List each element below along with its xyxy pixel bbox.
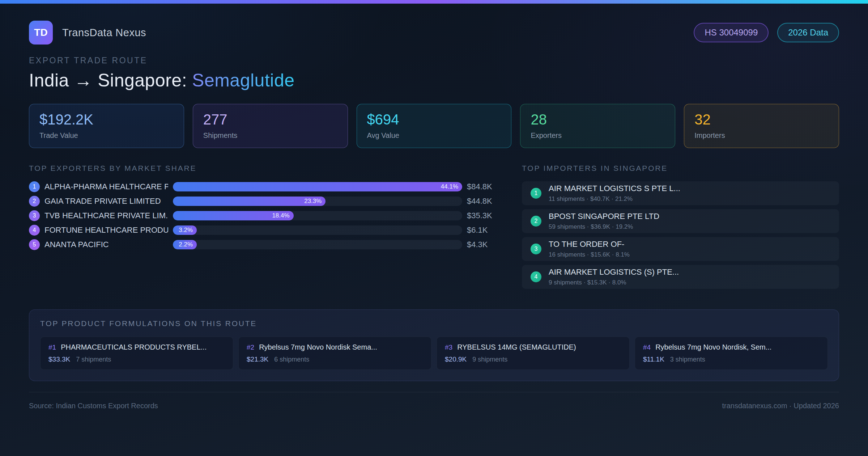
importer-row[interactable]: 3 TO THE ORDER OF- 16 shipments · $15.6K… <box>522 237 839 261</box>
product-shipments: 7 shipments <box>76 356 111 363</box>
rank-badge: 2 <box>531 216 541 227</box>
market-share-bar-track: 3.2% <box>173 225 462 235</box>
exporter-row[interactable]: 3 TVB HEALTHCARE PRIVATE LIM... 18.4% $3… <box>29 210 494 220</box>
page-title: India → Singapore:Semaglutide <box>29 70 839 91</box>
importer-name: TO THE ORDER OF- <box>549 240 630 249</box>
product-formulations-panel: TOP PRODUCT FORMULATIONS ON THIS ROUTE #… <box>29 309 839 381</box>
rank-badge: 3 <box>29 210 40 221</box>
market-share-bar-fill: 3.2% <box>173 225 197 235</box>
main-columns: TOP EXPORTERS BY MARKET SHARE 1 ALPHA-PH… <box>29 164 839 293</box>
rank-badge: 1 <box>531 188 541 199</box>
importer-row[interactable]: 1 AIR MARKET LOGISTICS S PTE L... 11 shi… <box>522 181 839 205</box>
stat-card-shipments: 277 Shipments <box>193 104 348 148</box>
market-share-bar-fill: 23.3% <box>173 197 326 206</box>
product-card[interactable]: #4 Rybelsus 7mg Novo Nordisk, Sem... $11… <box>635 337 828 370</box>
hs-code-badge[interactable]: HS 30049099 <box>694 23 769 42</box>
exporter-row[interactable]: 4 FORTUNE HEALTHCARE PRODUCT... 3.2% $6.… <box>29 225 494 235</box>
product-value: $33.3K <box>48 355 70 363</box>
stat-card-avg-value: $694 Avg Value <box>357 104 512 148</box>
product-card[interactable]: #2 Rybelsus 7mg Novo Nordisk Sema... $21… <box>238 337 431 370</box>
year-data-badge[interactable]: 2026 Data <box>777 23 839 42</box>
market-share-bar-fill: 2.2% <box>173 240 197 249</box>
market-share-bar-track: 2.2% <box>173 240 462 249</box>
importer-name: AIR MARKET LOGISTICS S PTE L... <box>549 184 680 193</box>
stat-label: Importers <box>694 131 829 140</box>
exporter-row[interactable]: 5 ANANTA PACIFIC 2.2% $4.3K <box>29 239 494 249</box>
stat-label: Avg Value <box>367 131 501 140</box>
importer-row[interactable]: 2 BPOST SINGAPORE PTE LTD 59 shipments ·… <box>522 209 839 233</box>
product-value: $20.9K <box>445 355 467 363</box>
exporter-name: GAIA TRADE PRIVATE LIMITED <box>44 197 168 206</box>
rank-badge: 4 <box>29 225 40 236</box>
stat-label: Exporters <box>531 131 665 140</box>
importer-meta: 59 shipments · $36.9K · 19.2% <box>549 223 659 231</box>
product-card[interactable]: #3 RYBELSUS 14MG (SEMAGLUTIDE) $20.9K 9 … <box>437 337 630 370</box>
product-rank: #3 <box>445 343 452 351</box>
stat-value: 277 <box>203 111 337 128</box>
product-shipments: 3 shipments <box>670 356 705 363</box>
exporter-name: ANANTA PACIFIC <box>44 240 168 249</box>
exporters-section-title: TOP EXPORTERS BY MARKET SHARE <box>29 164 494 173</box>
product-card[interactable]: #1 PHARMACEUTICALS PRODUCTS RYBEL... $33… <box>40 337 233 370</box>
importers-section-title: TOP IMPORTERS IN SINGAPORE <box>522 164 839 173</box>
product-rank: #1 <box>48 343 56 351</box>
importer-meta: 11 shipments · $40.7K · 21.2% <box>549 195 680 203</box>
product-highlight: Semaglutide <box>192 70 294 90</box>
stat-card-importers: 32 Importers <box>684 104 839 148</box>
product-name: PHARMACEUTICALS PRODUCTS RYBEL... <box>61 343 207 351</box>
market-share-bar-track: 23.3% <box>173 197 462 206</box>
share-percent-label: 3.2% <box>179 227 197 234</box>
app-logo: TD <box>29 21 53 45</box>
exporter-value: $84.8K <box>467 182 494 191</box>
product-rank: #2 <box>247 343 254 351</box>
product-rank: #4 <box>643 343 651 351</box>
exporter-row[interactable]: 2 GAIA TRADE PRIVATE LIMITED 23.3% $44.8… <box>29 196 494 206</box>
rank-badge: 3 <box>531 244 541 254</box>
header: TD TransData Nexus HS 30049099 2026 Data <box>29 20 839 45</box>
share-percent-label: 2.2% <box>179 241 197 248</box>
stat-label: Shipments <box>203 131 337 140</box>
exporter-value: $4.3K <box>467 240 494 249</box>
market-share-bar-track: 18.4% <box>173 211 462 220</box>
product-name: Rybelsus 7mg Novo Nordisk, Sem... <box>655 343 771 351</box>
share-percent-label: 44.1% <box>441 183 462 190</box>
stat-label: Trade Value <box>39 131 174 140</box>
products-section-title: TOP PRODUCT FORMULATIONS ON THIS ROUTE <box>40 319 828 328</box>
market-share-bar-track: 44.1% <box>173 182 462 191</box>
product-shipments: 6 shipments <box>274 356 309 363</box>
market-share-bar-fill: 44.1% <box>173 182 462 191</box>
exporter-value: $44.8K <box>467 197 494 206</box>
rank-badge: 1 <box>29 181 40 192</box>
stat-value: 32 <box>694 111 829 128</box>
source-text: Source: Indian Customs Export Records <box>29 402 158 410</box>
importer-row[interactable]: 4 AIR MARKET LOGISTICS (S) PTE... 9 ship… <box>522 265 839 289</box>
stat-value: 28 <box>531 111 665 128</box>
app-name: TransData Nexus <box>62 27 146 39</box>
stat-cards-row: $192.2K Trade Value 277 Shipments $694 A… <box>29 104 839 148</box>
stat-value: $694 <box>367 111 501 128</box>
exporter-value: $35.3K <box>467 211 494 220</box>
product-value: $21.3K <box>247 355 268 363</box>
importer-name: AIR MARKET LOGISTICS (S) PTE... <box>549 267 679 277</box>
exporter-row[interactable]: 1 ALPHA-PHARMA HEALTHCARE PR... 44.1% $8… <box>29 181 494 191</box>
rank-badge: 5 <box>29 239 40 250</box>
stat-value: $192.2K <box>39 111 174 128</box>
stat-card-exporters: 28 Exporters <box>520 104 675 148</box>
site-text: transdatanexus.com · Updated 2026 <box>722 402 839 410</box>
exporter-name: TVB HEALTHCARE PRIVATE LIM... <box>44 211 168 220</box>
rank-badge: 4 <box>531 271 541 282</box>
route-text: India → Singapore: <box>29 70 187 90</box>
importer-meta: 9 shipments · $15.3K · 8.0% <box>549 279 679 286</box>
exporters-section: TOP EXPORTERS BY MARKET SHARE 1 ALPHA-PH… <box>29 164 494 293</box>
product-name: RYBELSUS 14MG (SEMAGLUTIDE) <box>457 343 576 351</box>
product-cards-row: #1 PHARMACEUTICALS PRODUCTS RYBEL... $33… <box>40 337 828 370</box>
share-percent-label: 23.3% <box>304 198 326 205</box>
footer: Source: Indian Customs Export Records tr… <box>29 392 839 410</box>
product-shipments: 9 shipments <box>472 356 507 363</box>
product-value: $11.1K <box>643 355 664 363</box>
product-name: Rybelsus 7mg Novo Nordisk Sema... <box>259 343 377 351</box>
importer-name: BPOST SINGAPORE PTE LTD <box>549 212 659 221</box>
exporter-value: $6.1K <box>467 225 494 235</box>
top-accent-bar <box>0 0 868 4</box>
importer-meta: 16 shipments · $15.6K · 8.1% <box>549 251 630 258</box>
